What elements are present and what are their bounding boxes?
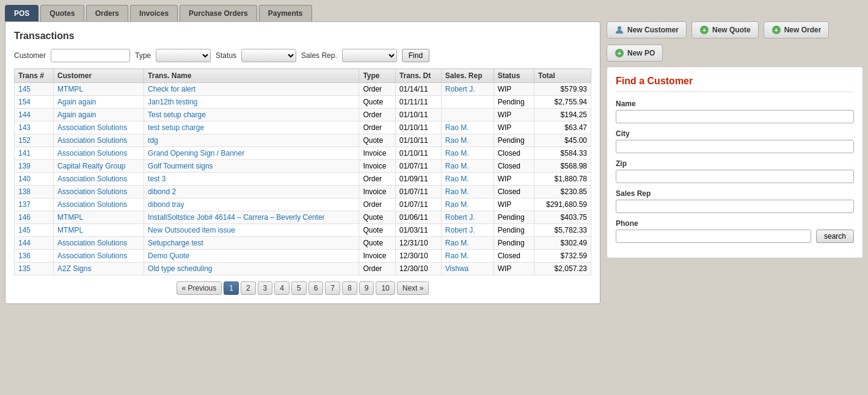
cell-customer: Association Solutions xyxy=(54,121,144,134)
tab-quotes[interactable]: Quotes xyxy=(40,5,84,21)
new-quote-button[interactable]: + New Quote xyxy=(691,21,759,38)
cell-trans-name: Test setup charge xyxy=(144,109,359,121)
col-trans-name: Trans. Name xyxy=(144,69,359,83)
cell-total: $302.49 xyxy=(534,237,591,250)
cell-sales-rep: Robert J. xyxy=(441,83,494,96)
cell-status: WIP xyxy=(494,121,534,134)
new-po-label: New PO xyxy=(627,49,655,57)
tab-pos[interactable]: POS xyxy=(5,5,38,21)
salesrep-filter-select[interactable]: Robert J. Rao M. Vishwa xyxy=(342,49,397,62)
type-filter-select[interactable]: Order Quote Invoice xyxy=(156,49,211,62)
cell-date: 01/14/11 xyxy=(395,83,441,96)
page-10-button[interactable]: 10 xyxy=(376,281,395,295)
svg-point-0 xyxy=(618,26,621,30)
status-filter-select[interactable]: WIP Pending Closed xyxy=(241,49,296,62)
col-status: Status xyxy=(494,69,534,83)
cell-trans-num: 139 xyxy=(15,160,54,173)
page-1-button[interactable]: 1 xyxy=(224,281,239,295)
cell-customer: Again again xyxy=(54,109,144,121)
cell-trans-num: 146 xyxy=(15,211,54,224)
cell-total: $194.25 xyxy=(534,109,591,121)
search-button[interactable]: search xyxy=(816,230,854,243)
cell-trans-num: 136 xyxy=(15,250,54,263)
new-order-label: New Order xyxy=(784,26,822,34)
cell-trans-num: 138 xyxy=(15,186,54,198)
table-row: 135 A2Z Signs Old type scheduling Order … xyxy=(15,263,591,275)
cell-sales-rep: Rao M. xyxy=(441,186,494,198)
cell-total: $568.98 xyxy=(534,160,591,173)
prev-page-button[interactable]: « Previous xyxy=(177,281,222,295)
cell-trans-name: tdg xyxy=(144,134,359,147)
cell-type: Order xyxy=(359,173,395,186)
cell-sales-rep: Rao M. xyxy=(441,250,494,263)
cell-date: 01/10/11 xyxy=(395,134,441,147)
sales-rep-input[interactable] xyxy=(616,200,854,213)
cell-trans-name: dibond tray xyxy=(144,198,359,211)
cell-trans-name: dibond 2 xyxy=(144,186,359,198)
col-trans-dt: Trans. Dt xyxy=(395,69,441,83)
cell-trans-num: 154 xyxy=(15,96,54,109)
cell-total: $732.59 xyxy=(534,250,591,263)
tab-orders[interactable]: Orders xyxy=(86,5,128,21)
cell-sales-rep: Rao M. xyxy=(441,237,494,250)
cell-trans-name: New Outsouced item issue xyxy=(144,224,359,237)
cell-date: 01/07/11 xyxy=(395,198,441,211)
col-customer: Customer xyxy=(54,69,144,83)
status-filter-label: Status xyxy=(216,51,236,60)
page-9-button[interactable]: 9 xyxy=(359,281,374,295)
tab-purchase-orders[interactable]: Purchase Orders xyxy=(180,5,257,21)
find-button[interactable]: Find xyxy=(402,49,429,62)
page-3-button[interactable]: 3 xyxy=(258,281,273,295)
cell-total: $63.47 xyxy=(534,121,591,134)
page-8-button[interactable]: 8 xyxy=(342,281,357,295)
cell-customer: Association Solutions xyxy=(54,186,144,198)
cell-total: $579.93 xyxy=(534,83,591,96)
cell-trans-name: Golf Tourment signs xyxy=(144,160,359,173)
cell-type: Invoice xyxy=(359,160,395,173)
cell-sales-rep: Vishwa xyxy=(441,263,494,275)
cell-status: Pending xyxy=(494,224,534,237)
cell-type: Order xyxy=(359,198,395,211)
cell-status: Pending xyxy=(494,237,534,250)
cell-type: Order xyxy=(359,83,395,96)
table-row: 154 Again again Jan12th testing Quote 01… xyxy=(15,96,591,109)
col-sales-rep: Sales. Rep xyxy=(441,69,494,83)
cell-type: Quote xyxy=(359,96,395,109)
cell-trans-num: 145 xyxy=(15,83,54,96)
page-5-button[interactable]: 5 xyxy=(291,281,307,295)
name-input[interactable] xyxy=(616,110,854,123)
customer-filter-input[interactable] xyxy=(51,49,130,62)
cell-sales-rep: Rao M. xyxy=(441,160,494,173)
tab-invoices[interactable]: Invoices xyxy=(130,5,178,21)
page-2-button[interactable]: 2 xyxy=(241,281,256,295)
city-input[interactable] xyxy=(616,140,854,153)
page-6-button[interactable]: 6 xyxy=(308,281,324,295)
phone-input[interactable] xyxy=(616,230,811,243)
next-page-button[interactable]: Next » xyxy=(397,281,429,295)
table-row: 145 MTMPL New Outsouced item issue Quote… xyxy=(15,224,591,237)
cell-status: WIP xyxy=(494,83,534,96)
cell-status: WIP xyxy=(494,173,534,186)
table-row: 138 Association Solutions dibond 2 Invoi… xyxy=(15,186,591,198)
tab-payments[interactable]: Payments xyxy=(259,5,312,21)
cell-date: 01/10/11 xyxy=(395,121,441,134)
cell-date: 01/07/11 xyxy=(395,186,441,198)
cell-trans-num: 135 xyxy=(15,263,54,275)
page-4-button[interactable]: 4 xyxy=(274,281,290,295)
cell-sales-rep: Rao M. xyxy=(441,173,494,186)
cell-status: WIP xyxy=(494,263,534,275)
new-order-button[interactable]: + New Order xyxy=(764,21,830,38)
cell-date: 01/09/11 xyxy=(395,173,441,186)
cell-sales-rep: Rao M. xyxy=(441,134,494,147)
action-buttons: New Customer + New Quote + New Order xyxy=(607,21,863,38)
cell-trans-name: test setup charge xyxy=(144,121,359,134)
new-po-button[interactable]: + New PO xyxy=(607,45,663,62)
zip-input[interactable] xyxy=(616,170,854,183)
cell-customer: Association Solutions xyxy=(54,198,144,211)
transactions-panel: Transactions Customer Type Order Quote I… xyxy=(5,21,600,304)
top-nav: POS Quotes Orders Invoices Purchase Orde… xyxy=(0,0,868,21)
page-7-button[interactable]: 7 xyxy=(325,281,340,295)
cell-type: Invoice xyxy=(359,250,395,263)
new-customer-button[interactable]: New Customer xyxy=(607,21,687,38)
new-quote-label: New Quote xyxy=(712,26,751,34)
